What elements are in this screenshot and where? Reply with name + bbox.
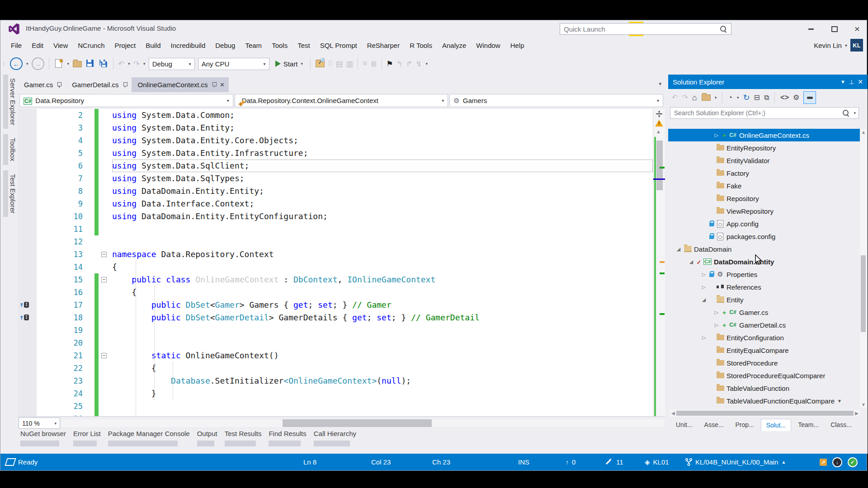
solution-explorer-title-bar[interactable]: Solution Explorer ▼ ⊥ ✕ <box>668 75 868 89</box>
close-icon[interactable]: ✕ <box>858 78 863 85</box>
incoming-commits-count[interactable]: 0 <box>572 458 576 466</box>
branch-name[interactable]: KL/04B_NUnit_KL/00_Main <box>695 458 778 466</box>
code-text[interactable]: public class OnlineGameContext : DbConte… <box>112 273 653 286</box>
tree-collapsed-icon[interactable]: ▷ <box>700 272 708 277</box>
code-line[interactable]: 12 <box>18 235 653 248</box>
code-text[interactable]: using System.Data.Common; <box>112 109 653 122</box>
chevron-down-icon[interactable]: ▾ <box>143 61 146 66</box>
overflow-chevron-icon[interactable]: ▼ <box>837 399 842 404</box>
uncommitted-edits-count[interactable]: 11 <box>616 458 623 466</box>
redo-icon[interactable]: ↷ <box>133 59 140 69</box>
code-text[interactable]: using System.Data.Entity.Core.Objects; <box>112 134 653 147</box>
scroll-down-icon[interactable]: ▼ <box>861 402 866 407</box>
bottom-tab-error-list[interactable]: Error List <box>73 430 101 446</box>
solution-platform-select[interactable]: Any CPU▾ <box>198 58 269 70</box>
bottom-tab-package-manager-console[interactable]: Package Manager Console <box>108 430 190 446</box>
member-indicator-icon[interactable]: ↑I <box>19 313 29 321</box>
tree-expanded-icon[interactable]: ◢ <box>687 259 695 265</box>
code-text[interactable]: using System.Data.SqlTypes; <box>112 172 653 185</box>
preview-selected-items-icon[interactable] <box>803 91 816 104</box>
home-icon[interactable]: ⌂ <box>692 94 697 101</box>
code-line[interactable]: 7using System.Data.SqlTypes; <box>18 172 653 185</box>
code-line[interactable]: 2using System.Data.Common; <box>18 109 653 122</box>
tree-vertical-scrollbar[interactable]: ▲ ▼ <box>860 129 867 408</box>
tree-item-gamer-cs[interactable]: ▷+C#Gamer.cs <box>668 306 860 319</box>
code-text[interactable]: using Data.Interface.Context; <box>112 197 653 210</box>
code-line[interactable]: 19 <box>18 324 653 337</box>
code-text[interactable]: } <box>112 387 653 400</box>
bottom-tab-call-hierarchy[interactable]: Call Hierarchy <box>314 430 356 446</box>
tree-item-tablevaluedfunctionequalcompare[interactable]: TableValuedFunctionEqualCompare▼ <box>668 394 860 407</box>
menu-item-sql-prompt[interactable]: SQL Prompt <box>315 39 362 52</box>
code-line[interactable]: 15− public class OnlineGameContext : DbC… <box>18 273 653 286</box>
code-line[interactable]: 25 <box>18 400 653 413</box>
code-line[interactable]: 21− static OnlineGameContext() <box>18 349 653 362</box>
status-insert-mode[interactable]: INS <box>518 458 529 466</box>
solution-configuration-select[interactable]: Debug▾ <box>149 58 195 70</box>
tree-item-factory[interactable]: Factory <box>668 167 860 179</box>
code-line[interactable]: 8using DataDomain.Entity.Entity; <box>18 185 653 197</box>
warning-triangle-icon[interactable] <box>655 120 663 127</box>
code-line[interactable]: 10using DataDomain.Entity.EntityConfigur… <box>18 210 653 223</box>
tree-item-repository[interactable]: Repository <box>668 192 860 205</box>
menu-item-help[interactable]: Help <box>505 39 529 52</box>
code-line[interactable]: 9using Data.Interface.Context; <box>18 197 653 210</box>
menu-item-incredibuild[interactable]: Incredibuild <box>166 39 211 52</box>
editor-horizontal-scrollbar[interactable] <box>61 419 664 427</box>
vertical-tab-server-explorer[interactable]: Server Explorer <box>3 75 18 129</box>
tree-item-entity[interactable]: ◢Entity <box>668 293 860 306</box>
bottom-tab-output[interactable]: Output <box>197 430 217 446</box>
code-text[interactable] <box>112 400 653 413</box>
scrollbar-thumb[interactable] <box>656 141 663 190</box>
open-folder-icon[interactable] <box>72 59 82 69</box>
tree-item-gamerdetail-cs[interactable]: ▷+C#GamerDetail.cs <box>668 319 860 331</box>
code-text[interactable]: { <box>112 286 653 299</box>
tree-item-packages-config[interactable]: packages.config <box>668 230 860 243</box>
publish-icon[interactable]: ↗ <box>820 459 827 466</box>
refresh-icon[interactable]: ↻ <box>743 94 750 101</box>
code-line[interactable]: 13−namespace Data.Repository.Context <box>18 248 653 261</box>
menu-item-debug[interactable]: Debug <box>210 39 240 52</box>
tree-item-entityconfiguration[interactable]: ▷EntityConfiguration <box>668 331 860 344</box>
chevron-down-icon[interactable]: ▾ <box>67 61 70 66</box>
nav-dropdown[interactable]: ⚙Gamers▾ <box>449 94 663 107</box>
status-character[interactable]: Ch 23 <box>432 458 450 466</box>
tree-collapsed-icon[interactable]: ▷ <box>712 132 721 138</box>
menu-item-r-tools[interactable]: R Tools <box>405 39 437 52</box>
code-line[interactable]: 24 } <box>18 387 653 400</box>
code-text[interactable] <box>112 235 653 248</box>
code-line[interactable]: ↑I17 public DbSet<Gamer> Gamers { get; s… <box>18 299 653 311</box>
chevron-down-icon[interactable]: ▾ <box>26 61 28 66</box>
pin-icon[interactable] <box>212 82 216 88</box>
code-line[interactable]: 3using System.Data.Entity; <box>18 122 653 134</box>
properties-wrench-icon[interactable]: ⚙ <box>793 94 799 101</box>
tree-collapsed-icon[interactable]: ▷ <box>700 335 708 341</box>
panel-tab-unit[interactable]: Unit... <box>671 419 698 431</box>
menu-item-tools[interactable]: Tools <box>267 39 292 52</box>
close-button[interactable]: × <box>849 23 865 35</box>
code-line[interactable]: 22 { <box>18 362 653 375</box>
pull-download-icon[interactable]: ↓ <box>832 457 842 467</box>
find-in-files-icon[interactable]: 🔎 <box>315 59 325 69</box>
scrollbar-thumb[interactable] <box>676 411 854 416</box>
panel-tab-prop[interactable]: Prop... <box>730 419 759 431</box>
pin-icon[interactable] <box>123 82 127 88</box>
tree-expanded-icon[interactable]: ◢ <box>675 246 683 252</box>
code-editor[interactable]: 2using System.Data.Common;3using System.… <box>18 109 653 416</box>
quick-launch-input[interactable] <box>560 25 719 33</box>
tab-list-chevron-icon[interactable]: ▾ <box>659 81 661 87</box>
panel-tab-asse[interactable]: Asse... <box>699 419 729 431</box>
tree-item-tablevaluedfunction[interactable]: TableValuedFunction <box>668 382 860 394</box>
status-column[interactable]: Col 23 <box>371 458 391 466</box>
quick-launch-box[interactable] <box>560 23 731 35</box>
document-tab-gamer-cs[interactable]: Gamer.cs <box>18 77 66 92</box>
avatar[interactable]: KL <box>850 39 863 52</box>
restore-button[interactable] <box>827 23 842 35</box>
document-tab-gamerdetail-cs[interactable]: GamerDetail.cs <box>66 77 131 92</box>
window-position-chevron-icon[interactable]: ▼ <box>840 79 845 84</box>
collapse-all-icon[interactable]: ⊟ <box>754 94 760 101</box>
menu-item-resharper[interactable]: ReSharper <box>362 39 405 52</box>
start-debug-button[interactable]: Start▾ <box>273 59 306 69</box>
repository-name[interactable]: KL01 <box>653 458 669 466</box>
tree-collapsed-icon[interactable]: ▷ <box>712 322 721 328</box>
